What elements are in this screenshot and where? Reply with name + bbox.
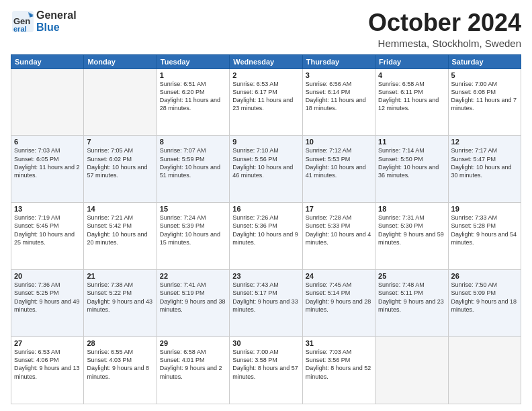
- day-info: Sunrise: 6:58 AMSunset: 4:01 PMDaylight:…: [160, 349, 222, 379]
- day-info: Sunrise: 7:43 AMSunset: 5:17 PMDaylight:…: [232, 281, 298, 312]
- day-number: 14: [87, 205, 153, 213]
- calendar-cell: 18Sunrise: 7:31 AMSunset: 5:30 PMDayligh…: [375, 203, 448, 270]
- header-tuesday: Tuesday: [157, 54, 229, 68]
- day-number: 5: [451, 71, 518, 79]
- calendar-cell: 29Sunrise: 6:58 AMSunset: 4:01 PMDayligh…: [157, 337, 229, 404]
- calendar-cell: 2Sunrise: 6:53 AMSunset: 6:17 PMDaylight…: [230, 68, 302, 136]
- calendar-cell: 26Sunrise: 7:50 AMSunset: 5:09 PMDayligh…: [448, 270, 521, 337]
- logo-blue: Blue: [36, 21, 77, 34]
- day-info: Sunrise: 7:05 AMSunset: 6:02 PMDaylight:…: [87, 147, 147, 178]
- calendar-cell: 21Sunrise: 7:38 AMSunset: 5:22 PMDayligh…: [84, 270, 157, 337]
- calendar-cell: 19Sunrise: 7:33 AMSunset: 5:28 PMDayligh…: [448, 203, 521, 270]
- calendar-cell: [11, 68, 84, 136]
- day-number: 11: [378, 138, 445, 146]
- day-info: Sunrise: 7:12 AMSunset: 5:53 PMDaylight:…: [306, 147, 366, 178]
- day-number: 19: [451, 205, 518, 213]
- header-wednesday: Wednesday: [230, 54, 302, 68]
- day-info: Sunrise: 7:10 AMSunset: 5:56 PMDaylight:…: [232, 147, 293, 178]
- day-number: 22: [160, 272, 226, 280]
- title-area: October 2024 Hemmesta, Stockholm, Sweden: [368, 9, 521, 49]
- calendar-cell: [448, 337, 521, 404]
- calendar-cell: [375, 337, 448, 404]
- header-friday: Friday: [375, 54, 448, 68]
- calendar-cell: 24Sunrise: 7:45 AMSunset: 5:14 PMDayligh…: [302, 270, 375, 337]
- day-info: Sunrise: 7:31 AMSunset: 5:30 PMDaylight:…: [378, 214, 444, 245]
- day-number: 6: [14, 138, 81, 146]
- day-info: Sunrise: 7:33 AMSunset: 5:28 PMDaylight:…: [451, 214, 517, 245]
- day-info: Sunrise: 7:17 AMSunset: 5:47 PMDaylight:…: [451, 147, 512, 178]
- page: Gen eral General Blue October 2024 Hemme…: [0, 0, 532, 411]
- svg-text:eral: eral: [13, 25, 27, 33]
- day-number: 20: [14, 272, 81, 280]
- day-info: Sunrise: 7:03 AMSunset: 6:05 PMDaylight:…: [14, 147, 80, 178]
- day-number: 24: [306, 272, 372, 280]
- weekday-header-row: Sunday Monday Tuesday Wednesday Thursday…: [11, 54, 521, 68]
- calendar: Sunday Monday Tuesday Wednesday Thursday…: [11, 54, 521, 404]
- calendar-cell: 20Sunrise: 7:36 AMSunset: 5:25 PMDayligh…: [11, 270, 84, 337]
- header-monday: Monday: [84, 54, 157, 68]
- calendar-cell: 12Sunrise: 7:17 AMSunset: 5:47 PMDayligh…: [448, 136, 521, 203]
- day-info: Sunrise: 7:03 AMSunset: 3:56 PMDaylight:…: [306, 349, 371, 379]
- calendar-cell: 9Sunrise: 7:10 AMSunset: 5:56 PMDaylight…: [230, 136, 302, 203]
- day-number: 27: [14, 339, 81, 347]
- day-info: Sunrise: 7:50 AMSunset: 5:09 PMDaylight:…: [451, 281, 517, 312]
- calendar-cell: 31Sunrise: 7:03 AMSunset: 3:56 PMDayligh…: [302, 337, 375, 404]
- calendar-cell: 23Sunrise: 7:43 AMSunset: 5:17 PMDayligh…: [230, 270, 302, 337]
- day-info: Sunrise: 6:58 AMSunset: 6:11 PMDaylight:…: [378, 81, 439, 111]
- header: Gen eral General Blue October 2024 Hemme…: [11, 9, 521, 49]
- logo-general: General: [36, 9, 77, 21]
- day-number: 17: [306, 205, 372, 213]
- day-number: 8: [160, 138, 226, 146]
- calendar-row-1: 6Sunrise: 7:03 AMSunset: 6:05 PMDaylight…: [11, 136, 521, 203]
- day-number: 28: [87, 339, 153, 347]
- day-number: 30: [232, 339, 299, 347]
- day-info: Sunrise: 7:00 AMSunset: 6:08 PMDaylight:…: [451, 81, 517, 111]
- calendar-cell: 11Sunrise: 7:14 AMSunset: 5:50 PMDayligh…: [375, 136, 448, 203]
- day-info: Sunrise: 7:26 AMSunset: 5:36 PMDaylight:…: [232, 214, 298, 245]
- calendar-row-3: 20Sunrise: 7:36 AMSunset: 5:25 PMDayligh…: [11, 270, 521, 337]
- calendar-table: Sunday Monday Tuesday Wednesday Thursday…: [11, 54, 521, 404]
- calendar-cell: 22Sunrise: 7:41 AMSunset: 5:19 PMDayligh…: [157, 270, 229, 337]
- day-info: Sunrise: 6:53 AMSunset: 4:06 PMDaylight:…: [14, 349, 80, 379]
- calendar-cell: 28Sunrise: 6:55 AMSunset: 4:03 PMDayligh…: [84, 337, 157, 404]
- calendar-cell: 25Sunrise: 7:48 AMSunset: 5:11 PMDayligh…: [375, 270, 448, 337]
- day-info: Sunrise: 6:51 AMSunset: 6:20 PMDaylight:…: [160, 81, 220, 111]
- header-sunday: Sunday: [11, 54, 84, 68]
- day-info: Sunrise: 7:07 AMSunset: 5:59 PMDaylight:…: [160, 147, 220, 178]
- calendar-cell: 1Sunrise: 6:51 AMSunset: 6:20 PMDaylight…: [157, 68, 229, 136]
- day-number: 15: [160, 205, 226, 213]
- day-number: 10: [306, 138, 372, 146]
- day-number: 29: [160, 339, 226, 347]
- location-title: Hemmesta, Stockholm, Sweden: [368, 38, 521, 49]
- day-number: 4: [378, 71, 445, 79]
- day-info: Sunrise: 7:24 AMSunset: 5:39 PMDaylight:…: [160, 214, 220, 245]
- day-info: Sunrise: 6:53 AMSunset: 6:17 PMDaylight:…: [232, 81, 293, 111]
- calendar-cell: 14Sunrise: 7:21 AMSunset: 5:42 PMDayligh…: [84, 203, 157, 270]
- day-info: Sunrise: 7:41 AMSunset: 5:19 PMDaylight:…: [160, 281, 226, 312]
- day-number: 2: [232, 71, 299, 79]
- logo: Gen eral General Blue: [11, 9, 77, 34]
- day-info: Sunrise: 7:00 AMSunset: 3:58 PMDaylight:…: [232, 349, 298, 379]
- day-info: Sunrise: 7:14 AMSunset: 5:50 PMDaylight:…: [378, 147, 439, 178]
- header-thursday: Thursday: [302, 54, 375, 68]
- day-info: Sunrise: 7:48 AMSunset: 5:11 PMDaylight:…: [378, 281, 444, 312]
- calendar-cell: 8Sunrise: 7:07 AMSunset: 5:59 PMDaylight…: [157, 136, 229, 203]
- calendar-cell: 4Sunrise: 6:58 AMSunset: 6:11 PMDaylight…: [375, 68, 448, 136]
- calendar-cell: 27Sunrise: 6:53 AMSunset: 4:06 PMDayligh…: [11, 337, 84, 404]
- day-number: 13: [14, 205, 81, 213]
- day-number: 31: [306, 339, 372, 347]
- day-number: 21: [87, 272, 153, 280]
- calendar-row-4: 27Sunrise: 6:53 AMSunset: 4:06 PMDayligh…: [11, 337, 521, 404]
- calendar-cell: 16Sunrise: 7:26 AMSunset: 5:36 PMDayligh…: [230, 203, 302, 270]
- day-info: Sunrise: 7:28 AMSunset: 5:33 PMDaylight:…: [306, 214, 371, 245]
- calendar-cell: 15Sunrise: 7:24 AMSunset: 5:39 PMDayligh…: [157, 203, 229, 270]
- calendar-cell: 30Sunrise: 7:00 AMSunset: 3:58 PMDayligh…: [230, 337, 302, 404]
- day-info: Sunrise: 7:36 AMSunset: 5:25 PMDaylight:…: [14, 281, 80, 312]
- day-number: 9: [232, 138, 299, 146]
- day-number: 25: [378, 272, 445, 280]
- calendar-cell: 17Sunrise: 7:28 AMSunset: 5:33 PMDayligh…: [302, 203, 375, 270]
- calendar-cell: 10Sunrise: 7:12 AMSunset: 5:53 PMDayligh…: [302, 136, 375, 203]
- day-number: 16: [232, 205, 299, 213]
- day-info: Sunrise: 7:38 AMSunset: 5:22 PMDaylight:…: [87, 281, 152, 312]
- day-number: 26: [451, 272, 518, 280]
